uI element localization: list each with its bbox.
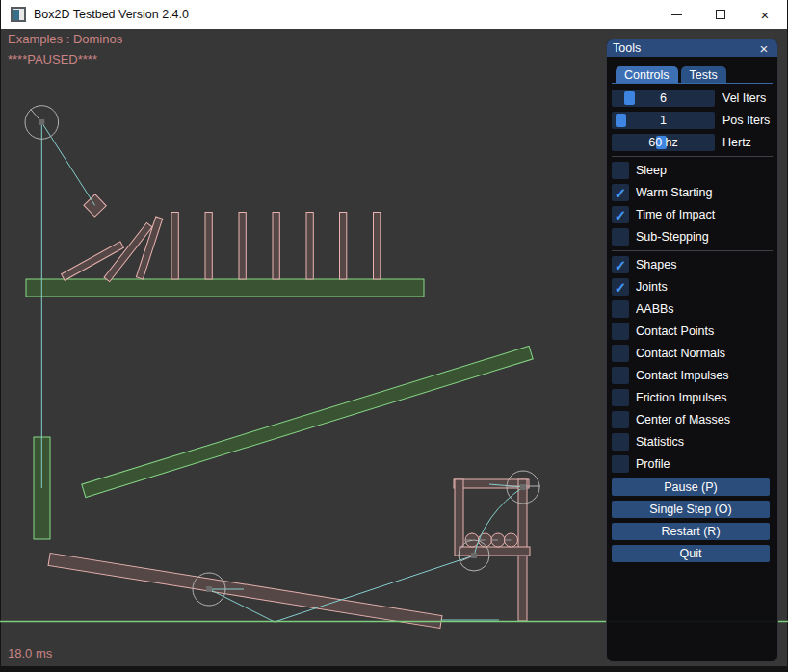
tab-bar: ControlsTests <box>612 66 773 84</box>
tab-controls[interactable]: Controls <box>616 66 678 83</box>
example-title: Examples : Dominos <box>8 32 122 46</box>
pendulum-box <box>84 194 106 217</box>
domino-platform <box>26 279 424 297</box>
slider-label: Pos Iters <box>722 114 770 127</box>
checkbox-row-warm-starting[interactable]: ✓Warm Starting <box>612 184 773 201</box>
checkbox-statistics[interactable] <box>612 433 629 451</box>
checkbox-time-of-impact[interactable]: ✓ <box>612 206 629 223</box>
checkbox-contact-points[interactable] <box>612 323 629 340</box>
separator <box>612 250 773 251</box>
joint-line-pendulum <box>41 122 94 205</box>
pause-p-button[interactable]: Pause (P) <box>612 478 770 496</box>
frame-shelf <box>460 547 530 556</box>
checkbox-center-of-masses[interactable] <box>612 411 629 428</box>
checkbox-sleep[interactable] <box>612 162 629 179</box>
tools-panel-close-icon[interactable]: × <box>756 41 772 56</box>
checkbox-row-joints[interactable]: ✓Joints <box>612 278 773 296</box>
checkmark-icon: ✓ <box>615 258 627 272</box>
checkbox-aabbs[interactable] <box>612 300 629 318</box>
checkbox-label: Friction Impulses <box>636 391 726 404</box>
checkbox-contact-impulses[interactable] <box>612 367 629 384</box>
domino-standing-1 <box>171 213 178 280</box>
draw-checkbox-group: ✓Shapes✓JointsAABBsContact PointsContact… <box>612 256 773 473</box>
slider-value: 60 hz <box>612 134 715 151</box>
slider-row-pos-iters: 1Pos Iters <box>612 112 773 129</box>
checkbox-label: Contact Points <box>636 324 714 338</box>
checkbox-row-center-of-masses[interactable]: Center of Masses <box>612 411 773 428</box>
checkbox-friction-impulses[interactable] <box>612 389 629 406</box>
slider-row-vel-iters: 6Vel Iters <box>612 90 773 107</box>
checkmark-icon: ✓ <box>615 186 627 200</box>
single-step-o-button[interactable]: Single Step (O) <box>612 501 770 518</box>
checkmark-icon: ✓ <box>615 208 627 222</box>
checkbox-label: Sub-Stepping <box>636 230 709 244</box>
checkbox-label: Profile <box>636 457 670 471</box>
checkbox-label: Center of Masses <box>636 413 730 426</box>
checkbox-label: Contact Impulses <box>636 369 729 382</box>
domino-standing-2 <box>205 213 212 280</box>
tools-panel-title: Tools <box>613 41 641 55</box>
checkbox-row-contact-impulses[interactable]: Contact Impulses <box>612 367 773 384</box>
checkbox-row-contact-normals[interactable]: Contact Normals <box>612 345 773 362</box>
checkbox-label: Joints <box>636 280 668 294</box>
action-buttons: Pause (P)Single Step (O)Restart (R)Quit <box>612 478 773 562</box>
checkbox-sub-stepping[interactable] <box>612 228 629 246</box>
checkbox-label: Contact Normals <box>636 347 725 360</box>
slider-label: Vel Iters <box>722 91 766 105</box>
checkbox-shapes[interactable]: ✓ <box>612 256 629 273</box>
slider-value: 1 <box>612 112 715 129</box>
checkbox-row-shapes[interactable]: ✓Shapes <box>612 256 773 273</box>
checkbox-row-friction-impulses[interactable]: Friction Impulses <box>612 389 773 406</box>
slider-value: 6 <box>612 90 715 107</box>
solver-checkbox-group: Sleep✓Warm Starting✓Time of ImpactSub-St… <box>612 162 773 246</box>
checkbox-row-contact-points[interactable]: Contact Points <box>612 323 773 340</box>
body-anchor-points <box>39 119 526 592</box>
tab-tests[interactable]: Tests <box>681 66 726 83</box>
checkbox-label: AABBs <box>636 302 674 316</box>
checkbox-label: Time of Impact <box>636 208 715 221</box>
checkbox-row-statistics[interactable]: Statistics <box>612 433 773 451</box>
restart-r-button[interactable]: Restart (R) <box>612 523 770 540</box>
slider-hertz[interactable]: 60 hz <box>612 134 715 151</box>
slider-row-hertz: 60 hzHertz <box>612 134 773 151</box>
slider-pos-iters[interactable]: 1 <box>612 112 715 129</box>
checkbox-warm-starting[interactable]: ✓ <box>612 184 629 201</box>
checkbox-joints[interactable]: ✓ <box>612 278 629 296</box>
checkbox-label: Shapes <box>636 258 676 271</box>
checkmark-icon: ✓ <box>615 280 627 295</box>
checkbox-label: Sleep <box>636 164 667 177</box>
domino-standing-7 <box>374 213 381 280</box>
slider-vel-iters[interactable]: 6 <box>612 90 715 107</box>
paused-status: ****PAUSED**** <box>8 52 97 66</box>
checkbox-row-profile[interactable]: Profile <box>612 455 773 473</box>
frame-left-post <box>455 479 463 556</box>
slider-section: 6Vel Iters1Pos Iters60 hzHertz <box>612 90 773 151</box>
checkbox-profile[interactable] <box>612 455 629 473</box>
checkbox-row-sleep[interactable]: Sleep <box>612 162 773 179</box>
separator <box>612 156 773 157</box>
domino-standing-4 <box>273 213 279 280</box>
quit-button[interactable]: Quit <box>612 545 770 562</box>
frame-time: 18.0 ms <box>8 646 52 660</box>
tools-panel-titlebar[interactable]: Tools × <box>607 39 777 57</box>
application-window: Box2D Testbed Version 2.4.0 × <box>0 0 788 672</box>
checkbox-row-sub-stepping[interactable]: Sub-Stepping <box>612 228 773 246</box>
slider-label: Hertz <box>722 136 751 149</box>
checkbox-contact-normals[interactable] <box>612 345 629 362</box>
domino-standing-3 <box>239 213 246 280</box>
domino-standing-6 <box>340 213 347 280</box>
seesaw-plank <box>48 554 442 629</box>
green-ramp-plank <box>82 346 533 497</box>
checkbox-row-time-of-impact[interactable]: ✓Time of Impact <box>612 206 773 223</box>
checkbox-label: Statistics <box>636 435 684 449</box>
domino-standing-5 <box>306 213 313 280</box>
tools-panel: Tools × ControlsTests 6Vel Iters1Pos Ite… <box>606 39 778 662</box>
window-bottom-border <box>0 666 788 672</box>
checkbox-row-aabbs[interactable]: AABBs <box>612 300 773 318</box>
checkbox-label: Warm Starting <box>636 186 712 199</box>
